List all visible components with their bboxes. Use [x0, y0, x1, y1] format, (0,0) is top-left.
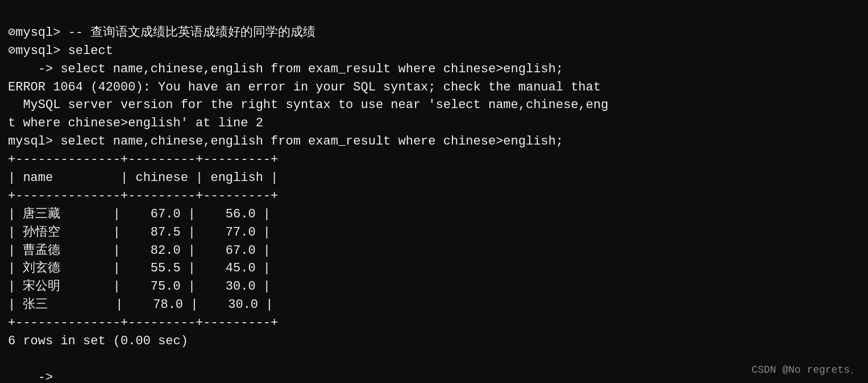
table-row-2: | 孙悟空 | 87.5 | 77.0 |: [8, 225, 271, 240]
table-border-bot: +--------------+---------+---------+: [8, 316, 278, 330]
terminal-output: ⊘mysql> -- 查询语文成绩比英语成绩好的同学的成绩 ⊘mysql> se…: [8, 6, 860, 383]
table-row-3: | 曹孟德 | 82.0 | 67.0 |: [8, 244, 271, 258]
table-row-5: | 宋公明 | 75.0 | 30.0 |: [8, 279, 271, 294]
line-6-error: t where chinese>english' at line 2: [8, 116, 263, 130]
line-3: -> select name,chinese,english from exam…: [8, 62, 563, 76]
cursor-line: ->: [8, 370, 53, 383]
table-row-1: | 唐三藏 | 67.0 | 56.0 |: [8, 207, 271, 221]
line-4-error: ERROR 1064 (42000): You have an error in…: [8, 80, 601, 94]
line-1: ⊘mysql> -- 查询语文成绩比英语成绩好的同学的成绩: [8, 26, 315, 40]
table-header: | name | chinese | english |: [8, 171, 278, 185]
line-7-query: mysql> select name,chinese,english from …: [8, 134, 563, 149]
result-count: 6 rows in set (0.00 sec): [8, 334, 188, 348]
table-row-6: | 张三 | 78.0 | 30.0 |: [8, 298, 273, 312]
watermark: CSDN @No regrets、: [751, 363, 860, 376]
line-2: ⊘mysql> select: [8, 44, 113, 58]
table-border-mid: +--------------+---------+---------+: [8, 189, 278, 203]
table-row-4: | 刘玄德 | 55.5 | 45.0 |: [8, 261, 271, 275]
table-border-top: +--------------+---------+---------+: [8, 153, 278, 167]
line-5-error: MySQL server version for the right synta…: [8, 98, 608, 112]
